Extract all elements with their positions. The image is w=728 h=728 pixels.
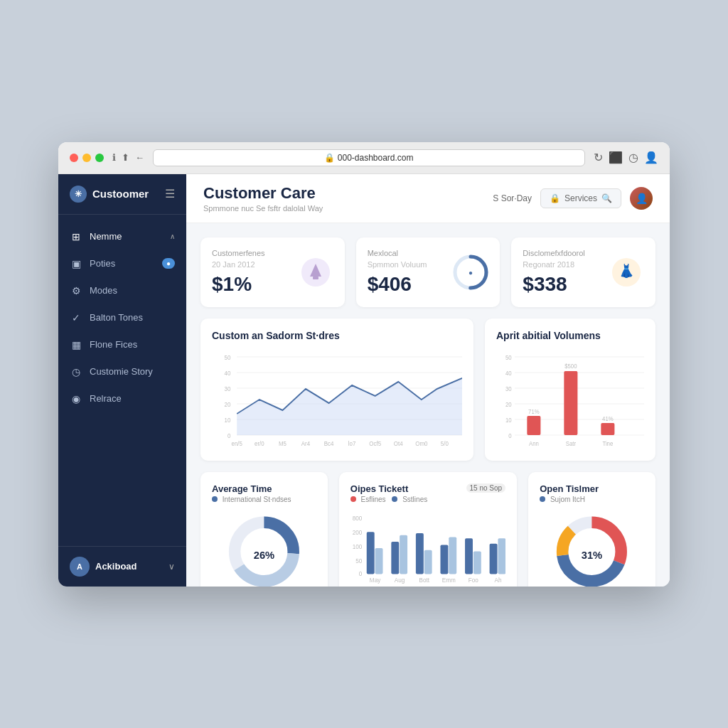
avg-time-donut: 26% — [212, 509, 316, 587]
svg-text:Bott: Bott — [419, 577, 429, 584]
svg-text:Om0: Om0 — [415, 439, 427, 447]
nav-label-nemme: Nemme — [90, 231, 122, 242]
nav-label-relrace: Relrace — [90, 393, 122, 404]
svg-text:30: 30 — [505, 385, 512, 392]
svg-text:30: 30 — [225, 385, 231, 392]
svg-text:Ot4: Ot4 — [394, 439, 403, 447]
url-text: 000-dashboard.com — [338, 153, 414, 163]
svg-text:en/5: en/5 — [231, 439, 242, 447]
main-content: Customer Care Spmmone nuc Se fsftr dalol… — [186, 174, 670, 587]
svg-rect-48 — [601, 423, 614, 435]
sidebar-item-nemme[interactable]: ⊞ Nemme ∧ — [58, 223, 186, 250]
svg-text:Ocf5: Ocf5 — [369, 439, 381, 447]
sort-label[interactable]: S Sor·Day — [493, 193, 532, 203]
charts-row: Custom an Sadorm St·dres 50 40 — [200, 318, 655, 461]
search-placeholder: Services — [564, 193, 597, 203]
nav-label-customie-story: Customie Story — [90, 366, 153, 377]
reload-icon[interactable]: ↻ — [594, 151, 603, 164]
svg-rect-66 — [449, 537, 456, 574]
sidebar-logo: ✳ Custoomer — [70, 186, 149, 203]
stat-value-1: $406 — [368, 273, 427, 296]
open-tickets-legend-text-1: Esflines — [361, 496, 386, 503]
nav-icon-relrace: ◉ — [70, 392, 82, 405]
nav-chevron-nemme: ∧ — [170, 232, 175, 240]
svg-text:0: 0 — [359, 571, 363, 577]
svg-text:100: 100 — [353, 543, 363, 550]
open-timer-card: Open Tislmer Sujom ItcH — [528, 472, 655, 587]
svg-rect-63 — [416, 533, 424, 574]
svg-rect-45 — [564, 371, 577, 435]
history-icon[interactable]: ◷ — [628, 151, 638, 164]
search-box[interactable]: 🔒 Services 🔍 — [540, 188, 621, 208]
avatar-initial: A — [77, 562, 82, 571]
sidebar-item-flone-fices[interactable]: ▦ Flone Fices — [58, 331, 186, 358]
fullscreen-dot[interactable] — [95, 154, 104, 162]
svg-text:May: May — [370, 577, 381, 584]
svg-text:Foo: Foo — [469, 577, 479, 584]
svg-rect-42 — [527, 416, 540, 435]
search-icon[interactable]: 🔍 — [601, 193, 612, 203]
nav-icon-flone-fices: ▦ — [70, 338, 82, 351]
sidebar-item-relrace[interactable]: ◉ Relrace — [58, 385, 186, 412]
nav-back-icon[interactable]: ℹ — [112, 152, 116, 163]
profile-icon[interactable]: 👤 — [644, 151, 658, 164]
bar-chart-right-card: Aprit abitial Volumens 50 40 — [485, 318, 655, 461]
nav-share-icon[interactable]: ⬆ — [122, 152, 129, 163]
sidebar-nav: ⊞ Nemme ∧ ▣ Poties ● ⚙ — [58, 215, 186, 546]
avg-time-legend-dot — [212, 496, 218, 502]
sidebar-item-balton-tones[interactable]: ✓ Balton Tones — [58, 304, 186, 331]
open-tickets-bar-chart: 800 200 100 50 0 — [350, 509, 505, 587]
open-tickets-legend-text-2: Sstlines — [402, 496, 427, 503]
svg-text:Ann: Ann — [529, 439, 539, 447]
svg-text:Bc4: Bc4 — [324, 439, 334, 447]
open-timer-subtitle: Sujom ItcH — [540, 496, 599, 503]
svg-text:10: 10 — [505, 416, 512, 424]
svg-text:Ah: Ah — [494, 577, 501, 584]
svg-text:40: 40 — [225, 369, 231, 377]
svg-text:20: 20 — [225, 400, 231, 408]
user-info[interactable]: A Ackiboad — [70, 557, 137, 577]
svg-text:71%: 71% — [528, 407, 540, 415]
stat-card-2: Disclomefxfdoorol Regonatr 2018 $338 👗 — [511, 237, 655, 307]
close-dot[interactable] — [70, 154, 78, 162]
stat-sublabel-2: Regonatr 2018 — [523, 260, 584, 269]
user-name: Ackiboad — [95, 561, 137, 572]
svg-rect-65 — [440, 545, 448, 574]
open-timer-title: Open Tislmer — [540, 483, 599, 494]
dashboard-body: Customerfenes 20 Jan 2012 $1% — [186, 223, 670, 587]
svg-text:$500: $500 — [564, 362, 577, 370]
nav-label-flone-fices: Flone Fices — [90, 339, 137, 350]
nav-back-arrow[interactable]: ← — [135, 152, 144, 163]
bottom-row: Average Time International St·ndses — [200, 472, 655, 587]
sidebar-item-poties[interactable]: ▣ Poties ● — [58, 250, 186, 277]
stat-card-0: Customerfenes 20 Jan 2012 $1% — [200, 237, 345, 307]
svg-text:800: 800 — [353, 515, 363, 521]
open-timer-value: 31% — [582, 549, 602, 560]
svg-rect-2 — [313, 277, 318, 279]
sidebar-item-modes[interactable]: ⚙ Modes — [58, 277, 186, 304]
avg-time-legend-text: International St·ndses — [223, 496, 291, 503]
nav-icon-nemme: ⊞ — [70, 230, 82, 243]
sidebar-footer: A Ackiboad ∨ — [58, 546, 186, 587]
bookmark-icon[interactable]: ⬛ — [609, 151, 623, 164]
minimize-dot[interactable] — [82, 154, 91, 162]
stat-value-2: $338 — [523, 273, 584, 296]
svg-text:50: 50 — [355, 557, 363, 564]
lock-icon: 🔒 — [324, 153, 335, 163]
open-timer-donut: 31% — [540, 509, 644, 587]
svg-rect-60 — [375, 548, 382, 574]
svg-text:●: ● — [469, 269, 473, 277]
user-chevron-icon[interactable]: ∨ — [168, 562, 175, 572]
browser-url-bar[interactable]: 🔒 000-dashboard.com — [153, 149, 585, 166]
user-profile-avatar[interactable]: 👤 — [630, 187, 653, 210]
svg-text:20: 20 — [505, 400, 512, 408]
svg-text:40: 40 — [505, 369, 512, 377]
browser-window: ℹ ⬆ ← 🔒 000-dashboard.com ↻ ⬛ ◷ 👤 ✳ Cust… — [58, 142, 670, 587]
sidebar-item-customie-story[interactable]: ◷ Customie Story — [58, 358, 186, 385]
avg-time-subtitle: International St·ndses — [212, 496, 291, 503]
nav-icon-poties: ▣ — [70, 257, 82, 270]
svg-rect-61 — [391, 541, 399, 573]
lock-search-icon: 🔒 — [550, 193, 560, 203]
svg-text:M5: M5 — [279, 439, 287, 447]
hamburger-icon[interactable]: ☰ — [165, 187, 175, 200]
